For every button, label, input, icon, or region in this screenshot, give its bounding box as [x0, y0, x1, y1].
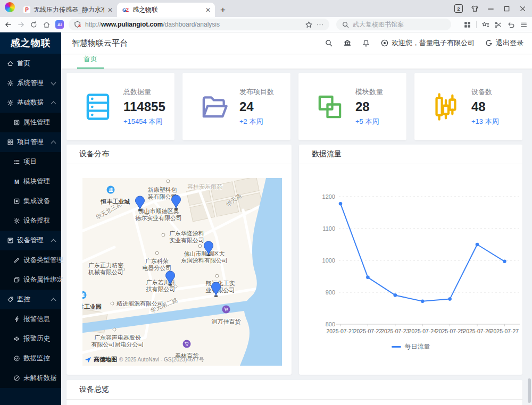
stat-label: 模块数量: [355, 87, 383, 97]
svg-text:2025-07-21: 2025-07-21: [326, 328, 354, 334]
sidebar-item-1[interactable]: 系统管理: [0, 73, 61, 93]
sidebar-item-0[interactable]: 首页: [0, 54, 61, 73]
page-tab-bar: 首页: [61, 54, 532, 69]
svg-text:2025-07-26: 2025-07-26: [463, 328, 491, 334]
sidebar-item-7[interactable]: 集成设备: [0, 191, 61, 211]
map-pin-icon[interactable]: [165, 271, 176, 286]
logout-button[interactable]: 退出登录: [485, 38, 523, 48]
map-pin-icon[interactable]: [171, 195, 182, 210]
sidebar-item-12[interactable]: 监控: [0, 290, 61, 309]
tab-favicon: GZ: [121, 7, 129, 13]
map-poi-dot: [155, 251, 159, 255]
device-distribution-panel: 设备分布: [66, 145, 292, 375]
map[interactable]: 新康塑料包装有限公司容桂安乐阁苑恒丰工业城佛山市顺德区奥德尔实业有限公司广东华隆…: [82, 178, 282, 366]
screenshot-scissors-icon[interactable]: [494, 21, 502, 29]
amap-logo-text: 高德地图: [94, 356, 117, 364]
welcome-user[interactable]: 欢迎您，普量电子有限公司: [380, 38, 475, 48]
browser-tab-active[interactable]: GZ 感之物联 ✕: [117, 3, 215, 17]
map-poi-dot: [198, 244, 202, 248]
browser-logo-icon[interactable]: [5, 2, 15, 12]
map-place-label: 精进能源有限公司: [117, 300, 163, 307]
close-icon[interactable]: ✕: [205, 6, 211, 14]
bolt-icon: [13, 316, 20, 323]
svg-text:2025-07-27: 2025-07-27: [491, 328, 519, 334]
ai-assistant-icon[interactable]: AI: [55, 20, 64, 29]
new-tab-button[interactable]: +: [215, 5, 231, 17]
stat-delta: +5 本周: [355, 117, 383, 126]
theme-shirt-icon[interactable]: [471, 5, 479, 13]
panels-row: 设备分布: [66, 145, 522, 375]
window-count-badge[interactable]: 2: [454, 4, 463, 13]
map-place-label: 广东科荣电器分公司: [143, 258, 172, 272]
tab-title: 感之物联: [132, 5, 202, 14]
chart-legend[interactable]: 每日流量: [299, 342, 522, 351]
stat-value: 28: [355, 100, 383, 113]
shield-insecure-icon[interactable]: [74, 21, 82, 29]
sidebar-item-label: 项目: [23, 157, 37, 166]
list-icon: [13, 158, 20, 165]
map-place-label: 广东容声电器股份有限公司厨电分公司: [92, 334, 144, 348]
stat-card-2: 模块数量28+5 本周: [298, 73, 406, 140]
map-pin-icon[interactable]: [203, 241, 214, 256]
reload-icon[interactable]: [30, 21, 38, 29]
svg-text:2025-07-24: 2025-07-24: [409, 328, 437, 334]
sidebar-item-4[interactable]: 项目管理: [0, 132, 61, 152]
stat-value: 48: [471, 100, 499, 113]
search-icon: [342, 21, 350, 29]
sidebar-item-label: 集成设备: [23, 197, 50, 206]
sidebar-item-16[interactable]: 未解析数据: [0, 368, 61, 388]
cart-icon: [183, 340, 191, 348]
address-bar[interactable]: http://www.puliangiot.com/dashboard/anal…: [69, 19, 329, 30]
sidebar-item-15[interactable]: 数据监控: [0, 349, 61, 368]
scrollbar-thumb[interactable]: [528, 378, 531, 403]
gear-icon: [7, 80, 14, 87]
sidebar-item-3[interactable]: 属性管理: [0, 113, 61, 132]
bank-icon[interactable]: [343, 39, 352, 47]
sidebar-item-11[interactable]: 设备属性绑定: [0, 270, 61, 290]
url-path: /dashboard/analysis: [163, 21, 220, 28]
welcome-text: 欢迎您，普量电子有限公司: [392, 38, 475, 48]
sidebar-item-8[interactable]: 设备授权: [0, 211, 61, 231]
browser-search-box[interactable]: 武大复核图书馆案: [336, 19, 451, 30]
sidebar-item-13[interactable]: 报警信息: [0, 309, 61, 329]
svg-text:1100: 1100: [322, 225, 335, 232]
close-icon[interactable]: [519, 5, 527, 13]
tag-icon: [7, 296, 14, 303]
maximize-icon[interactable]: [503, 5, 511, 13]
menu-icon[interactable]: [520, 21, 528, 29]
svg-text:2025-07-22: 2025-07-22: [354, 328, 382, 334]
map-place-label: 广东正力精密机械有限公司: [88, 262, 123, 276]
sidebar-item-6[interactable]: M模块管理: [0, 172, 61, 191]
sidebar-filler: [0, 388, 61, 405]
more-dots-icon[interactable]: [316, 21, 324, 29]
map-pin-icon[interactable]: [211, 282, 222, 297]
sidebar: 感之物联 首页系统管理基础数据属性管理项目管理项目M模块管理集成设备设备授权设备…: [0, 32, 61, 405]
tab-home[interactable]: 首页: [77, 54, 104, 69]
bookmark-star-icon[interactable]: [305, 21, 313, 29]
sidebar-item-label: 设备授权: [23, 216, 50, 225]
sidebar-item-label: 报警信息: [23, 315, 50, 324]
map-pin-icon[interactable]: [135, 196, 146, 211]
favorites-icon[interactable]: [481, 21, 489, 29]
stat-delta: +15454 本周: [123, 117, 165, 126]
minimize-icon[interactable]: [487, 5, 495, 13]
apps-grid-icon[interactable]: [463, 21, 471, 29]
search-icon[interactable]: [325, 39, 333, 47]
browser-tab-inactive[interactable]: P 无线压力传感器_静力水准仪_ ✕: [19, 3, 117, 17]
undo-icon[interactable]: [507, 21, 515, 29]
sidebar-item-5[interactable]: 项目: [0, 152, 61, 172]
home-icon[interactable]: [43, 21, 51, 29]
sidebar-item-9[interactable]: 设备管理: [0, 231, 61, 250]
map-poi-dot: [162, 233, 165, 237]
header-actions: 欢迎您，普量电子有限公司 退出登录: [325, 38, 523, 48]
sidebar-item-2[interactable]: 基础数据: [0, 93, 61, 113]
bell-icon[interactable]: [362, 39, 370, 47]
map-copyright: © 2025 AutoNavi - GS(2023)4677号: [119, 356, 204, 364]
sidebar-item-10[interactable]: 设备类型管理: [0, 250, 61, 270]
amap-logo-icon: [85, 356, 92, 363]
sidebar-item-label: 首页: [17, 59, 30, 68]
back-icon[interactable]: [4, 21, 12, 29]
forward-icon[interactable]: [17, 21, 25, 29]
sidebar-item-14[interactable]: 报警历史: [0, 329, 61, 349]
close-icon[interactable]: ✕: [107, 6, 113, 14]
